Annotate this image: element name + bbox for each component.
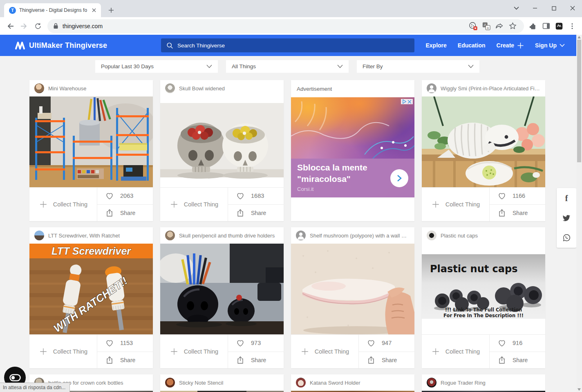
thing-title[interactable]: LTT Screwdriver, With Ratchet (48, 233, 120, 239)
like-button[interactable]: 2063 (97, 188, 153, 205)
thing-image[interactable]: LTT Screwdriver WITH RATCHET!! (29, 244, 153, 334)
like-button[interactable]: 1153 (97, 335, 153, 352)
bookmark-star-icon[interactable] (506, 20, 519, 33)
collect-thing-button[interactable]: Collect Thing (422, 335, 490, 368)
thing-title[interactable]: Sticky Note Stencil (179, 380, 223, 386)
creator-avatar[interactable] (34, 231, 44, 240)
facebook-icon[interactable]: f (565, 194, 568, 203)
thing-card[interactable]: Skull Bowl widened (160, 80, 284, 221)
collect-thing-button[interactable]: Collect Thing (29, 335, 97, 368)
share-button[interactable]: Share (228, 352, 284, 369)
thing-card[interactable]: Sticky Note Stencil (160, 374, 284, 392)
creator-avatar[interactable] (165, 378, 175, 388)
plus-icon (517, 42, 524, 49)
side-panel-icon[interactable] (539, 20, 553, 33)
nav-education[interactable]: Education (458, 42, 486, 49)
thing-image[interactable] (422, 96, 545, 187)
close-window-button[interactable] (563, 0, 582, 16)
share-button[interactable]: Share (490, 205, 545, 222)
minimize-button[interactable] (526, 0, 544, 16)
share-button[interactable]: Share (359, 352, 414, 369)
thing-image[interactable] (291, 244, 414, 334)
creator-avatar[interactable] (296, 231, 306, 240)
share-button[interactable]: Share (97, 205, 153, 222)
share-button[interactable]: Share (490, 352, 545, 369)
scroll-up-arrow[interactable] (578, 36, 581, 38)
thing-title[interactable]: Shelf mushroom (polypore) with a wall m.… (310, 233, 410, 239)
scroll-down-arrow[interactable] (578, 388, 581, 391)
thing-image[interactable] (160, 244, 284, 334)
ad-choices-icon[interactable] (401, 99, 413, 104)
nav-sign-up[interactable]: Sign Up (535, 42, 565, 49)
thing-card[interactable]: Rogue Trader Ring (422, 374, 545, 392)
new-tab-button[interactable] (106, 5, 116, 15)
page-scrollbar[interactable] (576, 35, 582, 392)
nav-create[interactable]: Create (497, 42, 524, 49)
extensions-puzzle-icon[interactable] (526, 20, 539, 33)
like-button[interactable]: 916 (490, 335, 545, 352)
back-button[interactable] (3, 19, 17, 33)
thing-card[interactable]: Skull pen/pencil and thumb drive holders (160, 227, 284, 368)
creator-avatar[interactable] (296, 378, 306, 388)
translate-icon[interactable]: Aa (480, 20, 493, 33)
nutcaps-title-text: Plastic nut caps (430, 263, 517, 275)
reload-button[interactable] (31, 19, 45, 33)
collect-thing-button[interactable]: Collect Thing (422, 188, 490, 221)
forward-button[interactable] (17, 19, 31, 33)
cookies-blocked-icon[interactable] (467, 20, 480, 33)
nav-explore[interactable]: Explore (425, 42, 446, 49)
like-button[interactable]: 947 (359, 335, 414, 352)
creator-avatar[interactable] (427, 83, 437, 93)
like-button[interactable]: 1683 (228, 188, 284, 205)
thing-image[interactable] (29, 96, 153, 187)
thingiverse-logo[interactable]: UltiMaker Thingiverse (15, 35, 107, 56)
creator-avatar[interactable] (165, 231, 175, 240)
thing-title[interactable]: Skull Bowl widened (179, 85, 225, 92)
category-dropdown[interactable]: All Things (226, 60, 349, 73)
thing-card[interactable]: Plastic nut caps Plastic nut caps (422, 227, 545, 368)
search-input[interactable] (177, 43, 390, 49)
url-bar[interactable]: thingiverse.com Aa (47, 19, 524, 33)
like-button[interactable]: 973 (228, 335, 284, 352)
collect-thing-button[interactable]: Collect Thing (160, 335, 228, 368)
creator-avatar[interactable] (427, 231, 437, 240)
thing-image[interactable] (160, 96, 284, 187)
filter-by-dropdown[interactable]: Filter By (357, 60, 479, 73)
thing-card[interactable]: Wiggly Smi (Print-in-Place Articulated F… (422, 80, 545, 221)
share-button[interactable]: Share (228, 205, 284, 222)
thing-card[interactable]: Katana Sword Holder (291, 374, 414, 392)
scrollbar-thumb[interactable] (577, 40, 581, 162)
twitter-icon[interactable] (562, 215, 571, 222)
collect-thing-button[interactable]: Collect Thing (291, 335, 359, 368)
browser-menu-icon[interactable] (566, 20, 579, 33)
thing-card[interactable]: Shelf mushroom (polypore) with a wall m.… (291, 227, 414, 368)
like-button[interactable]: 1166 (490, 188, 545, 205)
thing-image[interactable]: Plastic nut caps (422, 244, 545, 334)
thing-title[interactable]: Wiggly Smi (Print-in-Place Articulated F… (441, 85, 540, 92)
ad-image[interactable]: Sblocca la mente "miracolosa" Corsi.it (291, 97, 414, 197)
extension-icon[interactable] (553, 20, 566, 33)
collect-thing-button[interactable]: Collect Thing (160, 188, 228, 221)
status-bar: In attesa di risposta da cdn... (0, 383, 70, 392)
share-button[interactable]: Share (97, 352, 153, 369)
collect-thing-button[interactable]: Collect Thing (29, 188, 97, 221)
thing-card[interactable]: LTT Screwdriver, With Ratchet (29, 227, 153, 368)
creator-avatar[interactable] (165, 83, 175, 93)
thing-title[interactable]: Katana Sword Holder (310, 380, 360, 386)
site-search[interactable] (161, 38, 414, 52)
sort-dropdown[interactable]: Popular Last 30 Days (95, 60, 218, 73)
creator-avatar[interactable] (34, 83, 44, 93)
whatsapp-icon[interactable] (562, 233, 571, 242)
thing-card[interactable]: Mini Warehouse (29, 80, 153, 221)
thing-title[interactable]: Rogue Trader Ring (441, 380, 486, 386)
thing-title[interactable]: Skull pen/pencil and thumb drive holders (179, 233, 275, 239)
creator-avatar[interactable] (427, 378, 437, 388)
thing-title[interactable]: Plastic nut caps (441, 233, 478, 239)
thing-title[interactable]: Mini Warehouse (48, 85, 86, 92)
tab-search-chevron-icon[interactable] (507, 0, 526, 16)
browser-tab[interactable]: T Thingiverse - Digital Designs for (4, 3, 101, 17)
maximize-button[interactable] (544, 0, 563, 16)
tab-close-icon[interactable] (90, 7, 98, 14)
ad-cta-button[interactable] (390, 169, 408, 187)
share-page-icon[interactable] (493, 20, 506, 33)
